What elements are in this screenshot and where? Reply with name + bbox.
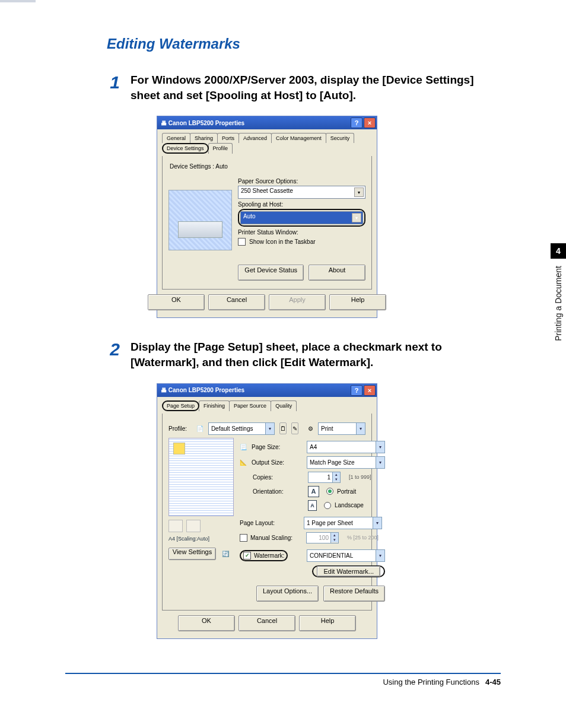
landscape-radio[interactable]: Landscape [324,502,364,509]
restore-defaults-button[interactable]: Restore Defaults [323,586,385,602]
ok-button[interactable]: OK [178,615,235,631]
edit-watermark-button[interactable]: Edit Watermark... [317,566,380,577]
output-size-select[interactable]: Match Page Size ▾ [307,456,385,469]
tab-ports[interactable]: Ports [217,133,239,143]
profile-edit-button[interactable]: ✎ [291,422,298,434]
step-1-number: 1 [107,72,120,103]
close-icon[interactable]: × [364,385,376,396]
tab-advanced[interactable]: Advanced [239,133,272,143]
help-icon[interactable]: ? [351,117,363,128]
chevron-down-icon: ▾ [356,423,365,434]
apply-button[interactable]: Apply [269,294,326,310]
step-1: 1 For Windows 2000/XP/Server 2003, displ… [107,72,501,103]
titlebar[interactable]: 🖶 Canon LBP5200 Properties ? × [157,116,377,129]
sheet-icon[interactable] [186,520,201,532]
tab-profile[interactable]: Profile [208,143,233,154]
tab-paper-source[interactable]: Paper Source [229,400,271,411]
portrait-label: Portrait [337,488,356,495]
pages-icon[interactable] [168,520,183,532]
checkbox-icon [238,238,246,246]
watermark-checkbox[interactable]: ✓ Watermark: [240,550,288,561]
portrait-radio[interactable]: Portrait [326,488,356,495]
page-preview [168,438,234,516]
footer-section: Using the Printing Functions [383,678,479,686]
spooling-select[interactable]: Auto ▾ [240,211,363,224]
cancel-button[interactable]: Cancel [239,615,295,631]
profile-select[interactable]: Default Settings ▾ [208,422,275,435]
about-button[interactable]: About [309,265,365,281]
copies-label: Copies: [253,474,303,481]
page-layout-label: Page Layout: [240,520,299,526]
profile-add-button[interactable]: 🗒 [279,422,287,434]
chapter-side-tab: 4 Printing a Document [551,243,566,341]
arrow-up-icon[interactable]: ▴ [331,533,338,538]
page-size-icon: 📃 [240,444,247,450]
step-1-text: For Windows 2000/XP/Server 2003, display… [131,72,501,103]
copies-value: 1 [308,472,333,483]
window-title: Canon LBP5200 Properties [168,387,244,393]
tab-page-setup[interactable]: Page Setup [162,400,199,411]
arrow-up-icon[interactable]: ▴ [333,472,340,477]
tab-general[interactable]: General [162,133,190,143]
cancel-button[interactable]: Cancel [208,294,265,310]
page-size-label: Page Size: [252,444,302,450]
ok-button[interactable]: OK [148,294,205,310]
printer-preview-image [168,190,232,250]
arrow-down-icon[interactable]: ▾ [331,538,338,542]
chapter-label: Printing a Document [554,266,563,341]
output-method-value: Print [321,425,333,432]
tab-security[interactable]: Security [326,133,355,143]
printer-status-window-label: Printer Status Window: [238,229,365,236]
page-size-select[interactable]: A4 ▾ [307,441,385,453]
manual-scaling-value: 100 [306,532,331,543]
copies-stepper[interactable]: 1 ▴▾ [308,472,341,483]
page-size-value: A4 [310,444,317,450]
chevron-down-icon: ▾ [354,187,364,197]
footer-page: 4-45 [485,678,501,686]
view-settings-button[interactable]: View Settings [168,548,216,560]
show-icon-checkbox[interactable]: Show Icon in the Taskbar [238,238,365,246]
tab-finishing[interactable]: Finishing [199,400,230,411]
printer-icon: 🖶 [161,387,167,393]
manual-scaling-checkbox[interactable]: Manual Scaling: [240,534,301,542]
watermark-label: Watermark: [254,552,284,559]
arrow-down-icon[interactable]: ▾ [333,477,340,482]
device-settings-window: 🖶 Canon LBP5200 Properties ? × General S… [157,116,377,318]
refresh-icon[interactable]: 🔄 [222,551,229,557]
step-2-text: Display the [Page Setup] sheet, place a … [131,339,501,370]
chevron-down-icon: ▾ [376,441,384,453]
layout-options-button[interactable]: Layout Options... [256,586,319,602]
page-footer: Using the Printing Functions 4-45 [65,673,501,686]
get-device-status-button[interactable]: Get Device Status [238,265,304,281]
close-icon[interactable]: × [364,117,376,128]
watermark-select[interactable]: CONFIDENTIAL ▾ [307,549,385,562]
chapter-number: 4 [551,243,566,259]
page-layout-select[interactable]: 1 Page per Sheet ▾ [304,517,382,529]
spooling-value: Auto [243,213,256,220]
device-settings-status: Device Settings : Auto [170,163,365,170]
spooling-label: Spooling at Host: [238,201,365,208]
paper-source-value: 250 Sheet Cassette [241,187,293,194]
output-method-select[interactable]: Print ▾ [318,422,365,435]
chevron-down-icon: ▾ [352,213,361,222]
help-button[interactable]: Help [299,615,356,631]
tab-quality[interactable]: Quality [271,400,297,411]
copies-hint: [1 to 999] [349,474,371,480]
orientation-label: Orientation: [253,488,303,495]
paper-source-select[interactable]: 250 Sheet Cassette ▾ [238,186,365,199]
chevron-down-icon: ▾ [265,423,274,434]
output-size-icon: 📐 [240,459,247,466]
chevron-down-icon: ▾ [376,457,384,468]
watermark-value: CONFIDENTIAL [310,552,353,559]
tab-device-settings[interactable]: Device Settings [162,143,209,154]
manual-scaling-stepper[interactable]: 100 ▴▾ [306,532,339,543]
titlebar[interactable]: 🖶 Canon LBP5200 Properties ? × [157,384,377,397]
tab-sharing[interactable]: Sharing [190,133,218,143]
tab-color-management[interactable]: Color Management [271,133,326,143]
help-button[interactable]: Help [329,294,386,310]
page-heading: Editing Watermarks [107,36,501,52]
landscape-label: Landscape [335,502,364,508]
output-size-value: Match Page Size [310,459,355,466]
printer-icon: 🖶 [161,120,167,126]
help-icon[interactable]: ? [351,385,363,396]
